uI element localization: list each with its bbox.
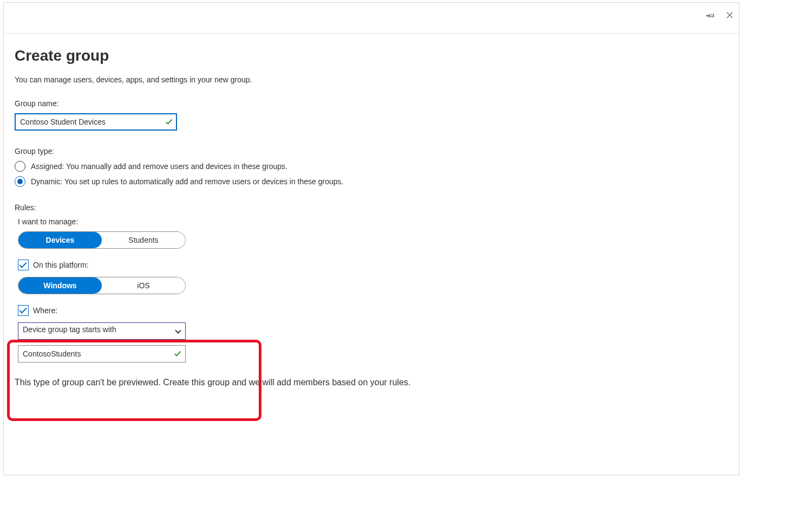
radio-unchecked-icon [15,161,25,172]
toggle-students[interactable]: Students [102,232,185,248]
preview-note: This type of group can't be previewed. C… [15,378,728,387]
where-value-input[interactable] [18,345,186,362]
checkmark-icon [165,118,173,126]
group-type-assigned[interactable]: Assigned: You manually add and remove us… [15,161,728,172]
page-title: Create group [15,47,728,64]
manage-label: I want to manage: [18,217,728,226]
platform-toggle: Windows iOS [18,277,186,294]
rules-label: Rules: [15,203,728,212]
assigned-label: Assigned: You manually add and remove us… [31,162,287,171]
create-group-panel: Create group You can manage users, devic… [3,2,739,475]
group-type-label: Group type: [15,147,728,156]
group-type-dynamic[interactable]: Dynamic: You set up rules to automatical… [15,176,728,187]
where-condition-select[interactable]: Device group tag starts with [18,322,186,340]
where-label: Where: [33,306,57,315]
toggle-ios[interactable]: iOS [102,277,185,294]
where-checkbox[interactable] [18,305,29,316]
toggle-windows[interactable]: Windows [18,277,102,294]
checkmark-icon [174,350,181,358]
platform-checkbox[interactable] [18,260,29,270]
page-description: You can manage users, devices, apps, and… [15,75,728,84]
dynamic-label: Dynamic: You set up rules to automatical… [31,177,343,186]
group-name-label: Group name: [15,99,728,108]
toggle-devices[interactable]: Devices [18,232,102,248]
group-name-input[interactable] [15,113,177,131]
platform-label: On this platform: [33,261,89,269]
radio-checked-icon [15,176,25,187]
manage-toggle: Devices Students [18,231,186,249]
